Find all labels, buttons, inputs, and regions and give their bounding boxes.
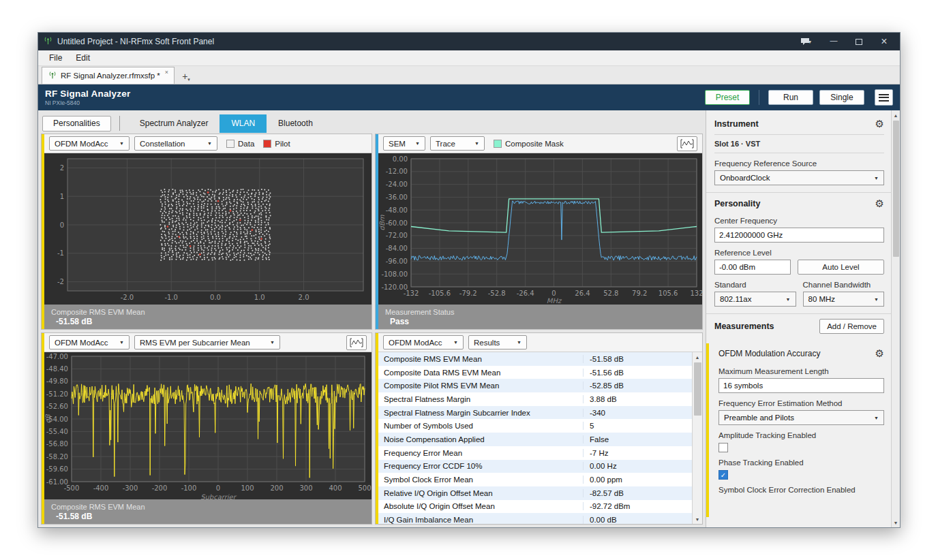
table-row[interactable]: Frequency Error Mean-7 Hz [378, 446, 692, 460]
freq-ref-label: Frequency Reference Source [714, 159, 884, 168]
measurement-dropdown[interactable]: SEM▼ [383, 136, 425, 151]
run-button[interactable]: Run [768, 90, 813, 105]
tab-close-icon[interactable]: × [165, 69, 168, 76]
slot-label[interactable]: Slot 16 · VST [714, 139, 884, 153]
freq-error-method-dropdown[interactable]: Preamble and Pilots▼ [718, 410, 884, 425]
table-row[interactable]: Spectral Flatness Margin Subcarrier Inde… [378, 406, 692, 420]
standard-dropdown[interactable]: 802.11ax▼ [714, 292, 796, 307]
amplitude-tracking-checkbox[interactable]: ✓ [718, 443, 728, 452]
result-name: Composite Pilot RMS EVM Mean [378, 382, 583, 390]
personality-gear-icon[interactable]: ⚙ [875, 198, 884, 210]
measurement-dropdown[interactable]: OFDM ModAcc▼ [383, 335, 464, 349]
ofdm-modacc-gear-icon[interactable]: ⚙ [875, 347, 884, 360]
results-scrollbar[interactable]: ▲ ▼ [692, 352, 702, 524]
freq-ref-dropdown[interactable]: OnboardClock▼ [714, 170, 884, 185]
svg-text:26.4: 26.4 [575, 290, 590, 297]
minimize-button[interactable]: — [823, 33, 844, 50]
menu-icon[interactable] [875, 89, 893, 106]
graph-tool-button[interactable] [677, 136, 697, 151]
graph-tool-icon [680, 139, 694, 149]
tab-wlan[interactable]: WLAN [220, 114, 267, 133]
graph-tool-icon [350, 338, 363, 347]
scroll-up-icon[interactable]: ▲ [693, 352, 702, 362]
measurements-section-title: Measurements [714, 322, 774, 331]
table-row[interactable]: Relative I/Q Origin Offset Mean-82.57 dB [378, 486, 692, 500]
svg-text:-52.8: -52.8 [488, 290, 506, 297]
graph-tool-button[interactable] [346, 335, 367, 350]
sidebar-scrollbar[interactable]: ▲ ▼ [891, 110, 900, 527]
document-tab[interactable]: RF Signal Analyzer.rfmxsfp * × [42, 67, 175, 84]
svg-text:-100: -100 [181, 484, 197, 492]
ofdm-modacc-section: OFDM Modulation Accuracy ⚙ Maximum Measu… [706, 343, 884, 517]
app-header: RF Signal Analyzer NI PXIe-5840 Preset R… [38, 84, 900, 110]
result-name: Spectral Flatness Margin Subcarrier Inde… [378, 409, 583, 417]
tab-spectrum-analyzer[interactable]: Spectrum Analyzer [128, 114, 220, 133]
evm-panel: OFDM ModAcc▼ RMS EVM per Subcarrier Mean… [41, 332, 372, 525]
svg-text:0: 0 [216, 484, 220, 492]
close-button[interactable]: × [874, 33, 894, 50]
scroll-up-icon[interactable]: ▲ [892, 110, 900, 120]
document-tab-label: RF Signal Analyzer.rfmxsfp * [61, 72, 160, 80]
result-value: 3.88 dB [583, 395, 692, 403]
add-remove-button[interactable]: Add / Remove [819, 319, 884, 334]
result-value: 0.00 ppm [583, 476, 692, 484]
table-row[interactable]: Absolute I/Q Origin Offset Mean-92.72 dB… [378, 500, 692, 514]
auto-level-button[interactable]: Auto Level [798, 260, 884, 275]
table-row[interactable]: I/Q Gain Imbalance Mean0.00 dB [378, 513, 692, 524]
center-frequency-field[interactable] [714, 228, 884, 243]
constellation-graph[interactable]: -2.0-1.00.01.02.0210-1-2 [44, 153, 372, 305]
view-dropdown[interactable]: RMS EVM per Subcarrier Mean▼ [134, 335, 280, 349]
sem-graph[interactable]: -132-105.6-79.2-52.8-26.4026.452.879.210… [378, 153, 702, 305]
measurement-dropdown[interactable]: OFDM ModAcc▼ [49, 335, 130, 349]
menu-edit[interactable]: Edit [69, 50, 97, 65]
chevron-down-icon: ▼ [874, 176, 879, 181]
result-value: -51.56 dB [583, 369, 692, 377]
results-table-body: Composite RMS EVM Mean-51.58 dBComposite… [378, 352, 692, 524]
svg-text:-49.80: -49.80 [46, 377, 68, 385]
table-row[interactable]: Composite Data RMS EVM Mean-51.56 dB [378, 366, 692, 379]
scrollbar-thumb[interactable] [893, 121, 899, 257]
svg-text:132: 132 [690, 290, 702, 297]
feedback-icon[interactable]: ▾ [793, 33, 819, 50]
table-row[interactable]: Spectral Flatness Margin3.88 dB [378, 392, 692, 406]
tab-bluetooth[interactable]: Bluetooth [267, 114, 324, 133]
channel-bandwidth-dropdown[interactable]: 80 MHz▼ [803, 292, 885, 307]
evm-graph[interactable]: -500-400-300-200-1000100200300400500-47.… [44, 352, 372, 499]
svg-text:-72.00: -72.00 [386, 232, 408, 239]
data-swatch [226, 140, 234, 148]
svg-text:-61.00: -61.00 [46, 478, 68, 486]
table-row[interactable]: Composite RMS EVM Mean-51.58 dB [378, 352, 692, 366]
scroll-down-icon[interactable]: ▼ [693, 514, 702, 524]
maximize-button[interactable] [849, 33, 869, 50]
preset-button[interactable]: Preset [705, 90, 750, 105]
svg-text:0.00: 0.00 [393, 155, 408, 163]
table-row[interactable]: Noise Compensation AppliedFalse [378, 433, 692, 446]
measurement-dropdown[interactable]: OFDM ModAcc▼ [49, 136, 130, 151]
results-panel: OFDM ModAcc▼ Results▼ Composite RMS EVM … [375, 332, 703, 525]
scroll-down-icon[interactable]: ▼ [892, 518, 900, 527]
result-value: 0.00 Hz [583, 462, 692, 470]
table-row[interactable]: Symbol Clock Error Mean0.00 ppm [378, 473, 692, 486]
max-measurement-length-field[interactable] [718, 378, 884, 393]
chevron-down-icon: ▼ [264, 340, 275, 345]
view-dropdown[interactable]: Constellation▼ [134, 136, 217, 151]
view-dropdown[interactable]: Results▼ [468, 335, 527, 349]
personalities-button[interactable]: Personalities [42, 116, 111, 131]
result-name: Noise Compensation Applied [378, 435, 583, 444]
view-dropdown[interactable]: Trace▼ [430, 136, 485, 151]
scrollbar-thumb[interactable] [694, 362, 701, 416]
single-button[interactable]: Single [819, 90, 864, 105]
table-row[interactable]: Frequency Error CCDF 10%0.00 Hz [378, 460, 692, 473]
phase-tracking-checkbox[interactable]: ✓ [718, 470, 728, 480]
svg-text:-2: -2 [57, 278, 64, 285]
svg-text:-26.4: -26.4 [517, 290, 534, 297]
reference-level-field[interactable] [714, 260, 791, 275]
result-name: Symbol Clock Error Mean [378, 476, 583, 484]
table-row[interactable]: Number of Symbols Used5 [378, 419, 692, 433]
instrument-gear-icon[interactable]: ⚙ [875, 118, 884, 130]
menu-file[interactable]: File [42, 50, 69, 65]
svg-text:2.0: 2.0 [299, 294, 309, 301]
table-row[interactable]: Composite Pilot RMS EVM Mean-52.85 dB [378, 379, 692, 392]
new-tab-button[interactable]: +▾ [178, 69, 194, 84]
svg-text:0: 0 [551, 290, 556, 297]
